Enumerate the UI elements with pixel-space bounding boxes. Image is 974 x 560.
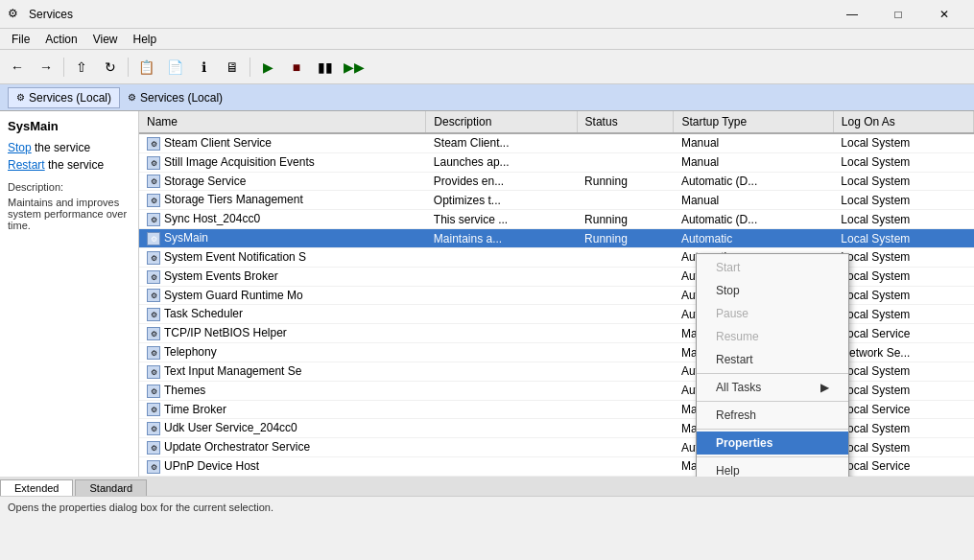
service-icon: ⚙ [147, 156, 160, 170]
context-menu-item-restart[interactable]: Restart [697, 348, 848, 371]
service-icon: ⚙ [147, 289, 160, 302]
cell-name: ⚙System Event Notification S [139, 247, 426, 267]
action-links: Stop the service Restart the service [8, 141, 131, 172]
computer-button[interactable]: 🖥 [219, 54, 246, 81]
context-menu-item-properties[interactable]: Properties [697, 432, 848, 455]
menu-help[interactable]: Help [126, 31, 165, 48]
context-menu-item-resume: Resume [697, 325, 848, 348]
restart-link[interactable]: Restart [8, 158, 45, 172]
cell-status [577, 152, 674, 172]
cell-description [426, 247, 577, 267]
refresh-button[interactable]: ↻ [97, 54, 124, 81]
cell-name: ⚙Telephony [139, 343, 426, 362]
pause-service-button[interactable]: ▮▮ [312, 54, 339, 81]
stop-link[interactable]: Stop [8, 141, 32, 154]
context-menu-item-pause: Pause [697, 302, 848, 325]
table-row[interactable]: ⚙Steam Client ServiceSteam Client...Manu… [139, 133, 974, 152]
cell-logon: Local System [833, 191, 973, 210]
cell-name: ⚙System Events Broker [139, 267, 426, 286]
menu-action[interactable]: Action [37, 31, 84, 48]
context-menu-item-help[interactable]: Help [697, 459, 848, 477]
forward-button[interactable]: → [33, 54, 59, 81]
cell-startup: Automatic (D... [674, 172, 833, 191]
table-header-row: Name Description Status Startup Type Log… [139, 111, 974, 133]
cell-status [577, 286, 674, 305]
cell-status [577, 362, 674, 381]
context-menu-item-all-tasks[interactable]: All Tasks▶ [697, 376, 848, 399]
cell-status: Running [577, 229, 674, 248]
cell-logon: Local Service [833, 400, 973, 419]
col-logon[interactable]: Log On As [833, 111, 973, 133]
submenu-arrow-icon: ▶ [820, 381, 829, 394]
tab-standard[interactable]: Standard [75, 479, 147, 496]
help-icon-btn[interactable]: ℹ [190, 54, 217, 81]
menu-bar: File Action View Help [0, 29, 974, 50]
col-description[interactable]: Description [426, 111, 577, 133]
cell-name: ⚙Storage Service [139, 172, 426, 191]
cell-description [426, 362, 577, 381]
context-menu-item-refresh[interactable]: Refresh [697, 404, 848, 427]
menu-view[interactable]: View [85, 31, 126, 48]
cell-description [426, 267, 577, 286]
cell-description [426, 438, 577, 457]
description-text: Maintains and improves system performanc… [8, 197, 131, 231]
close-button[interactable]: ✕ [922, 0, 966, 29]
window-controls: — □ ✕ [830, 0, 966, 29]
resume-service-button[interactable]: ▶▶ [341, 54, 368, 81]
cell-description: Provides en... [426, 172, 577, 191]
cell-startup: Manual [674, 133, 833, 152]
table-row[interactable]: ⚙Storage ServiceProvides en...RunningAut… [139, 172, 974, 191]
cell-status [577, 343, 674, 362]
cell-name: ⚙Time Broker [139, 400, 426, 419]
stop-service-button[interactable]: ■ [283, 54, 310, 81]
cell-status [577, 247, 674, 267]
separator-3 [249, 58, 250, 77]
stop-link-container: Stop the service [8, 141, 131, 154]
table-row[interactable]: ⚙Still Image Acquisition EventsLaunches … [139, 152, 974, 172]
cell-name: ⚙Steam Client Service [139, 133, 426, 152]
context-menu-separator [697, 401, 848, 402]
start-service-button[interactable]: ▶ [254, 54, 281, 81]
service-icon: ⚙ [147, 365, 160, 379]
cell-description [426, 343, 577, 362]
col-name[interactable]: Name [139, 111, 426, 133]
minimize-button[interactable]: — [830, 0, 874, 29]
cell-status [577, 305, 674, 324]
service-icon: ⚙ [147, 403, 160, 416]
table-row[interactable]: ⚙Sync Host_204cc0This service ...Running… [139, 210, 974, 229]
menu-file[interactable]: File [4, 31, 37, 48]
window-title: Services [29, 8, 830, 21]
table-row[interactable]: ⚙SysMainMaintains a...RunningAutomaticLo… [139, 229, 974, 248]
col-startup[interactable]: Startup Type [674, 111, 833, 133]
cell-description: This service ... [426, 210, 577, 229]
main-header-label: Services (Local) [140, 91, 223, 105]
table-row[interactable]: ⚙Storage Tiers ManagementOptimizes t...M… [139, 191, 974, 210]
cell-status [577, 400, 674, 419]
description-area: Description: Maintains and improves syst… [8, 181, 131, 231]
context-menu-item-stop[interactable]: Stop [697, 279, 848, 302]
context-menu-separator [697, 456, 848, 457]
context-menu-separator [697, 429, 848, 430]
col-status[interactable]: Status [577, 111, 674, 133]
cell-name: ⚙Update Orchestrator Service [139, 438, 426, 457]
content-area: SysMain Stop the service Restart the ser… [0, 111, 974, 477]
service-icon: ⚙ [147, 213, 160, 226]
cell-logon: Local System [833, 247, 973, 267]
cell-logon: Local System [833, 305, 973, 324]
cell-name: ⚙System Guard Runtime Mo [139, 286, 426, 305]
nav-panel-toggle[interactable]: ⚙ Services (Local) [8, 87, 120, 108]
back-button[interactable]: ← [4, 54, 31, 81]
properties-button[interactable]: 📋 [132, 54, 159, 81]
up-button[interactable]: ⇧ [68, 54, 95, 81]
services-panel[interactable]: Name Description Status Startup Type Log… [139, 111, 974, 477]
separator-2 [128, 58, 129, 77]
service-icon: ⚙ [147, 137, 160, 151]
cell-logon: Local System [833, 229, 973, 248]
export-button[interactable]: 📄 [161, 54, 188, 81]
cell-name: ⚙SysMain [139, 229, 426, 248]
cell-status: Running [577, 210, 674, 229]
service-name: SysMain [8, 119, 131, 133]
maximize-button[interactable]: □ [876, 0, 920, 29]
tab-extended[interactable]: Extended [0, 479, 73, 496]
cell-status [577, 381, 674, 400]
